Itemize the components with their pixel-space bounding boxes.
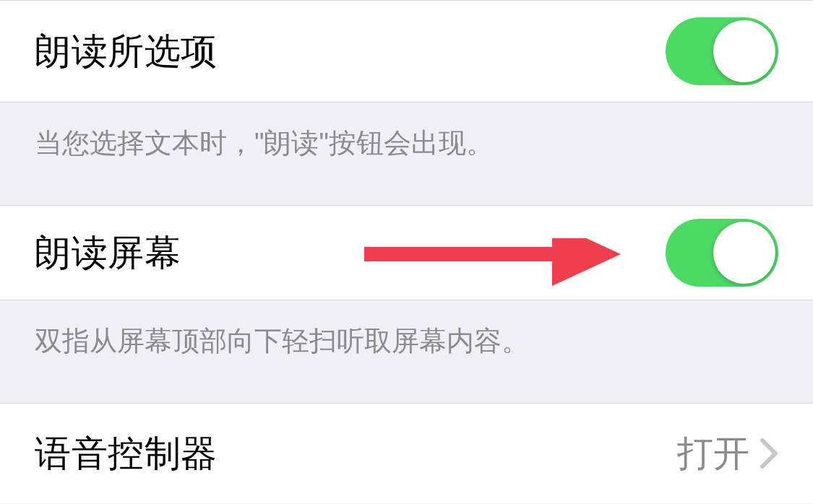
speak-selection-label: 朗读所选项	[35, 27, 218, 76]
speak-screen-description: 双指从屏幕顶部向下轻扫听取屏幕内容。	[0, 300, 813, 403]
voice-controller-row[interactable]: 语音控制器 打开	[0, 403, 813, 503]
nav-right-group: 打开	[677, 430, 778, 478]
voice-controller-label: 语音控制器	[35, 430, 218, 478]
toggle-knob	[713, 222, 775, 284]
toggle-knob	[713, 20, 775, 82]
speak-screen-toggle[interactable]	[666, 219, 778, 287]
chevron-right-icon	[760, 438, 778, 469]
speak-selection-description: 当您选择文本时，"朗读"按钮会出现。	[0, 103, 813, 205]
speak-selection-row[interactable]: 朗读所选项	[0, 0, 813, 103]
speak-screen-row[interactable]: 朗读屏幕	[0, 205, 813, 300]
speak-screen-label: 朗读屏幕	[35, 229, 181, 277]
voice-controller-value: 打开	[677, 430, 749, 478]
speak-selection-toggle[interactable]	[666, 17, 778, 85]
